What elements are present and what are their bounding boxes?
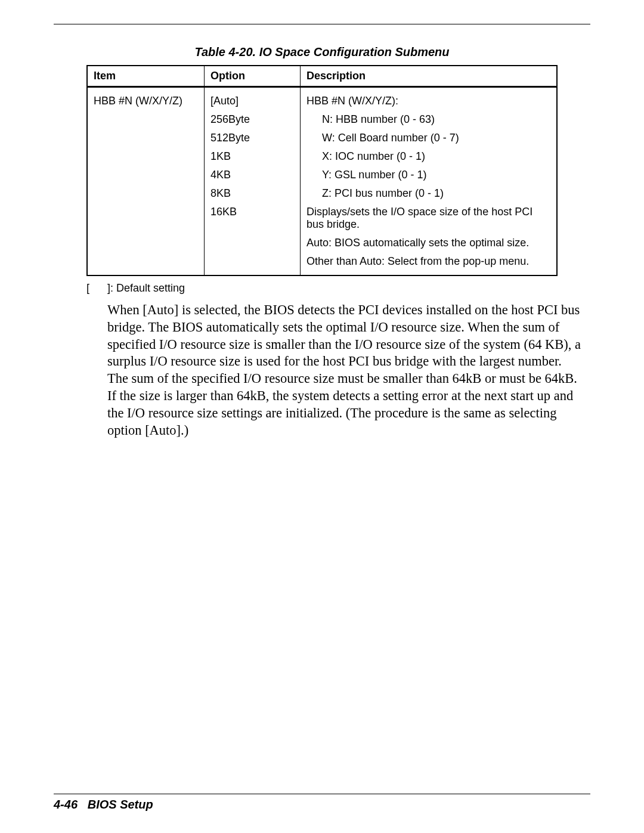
col-description: Description — [301, 66, 558, 87]
cell-option: 16KB — [205, 202, 301, 233]
cell-desc: HBB #N (W/X/Y/Z): — [301, 87, 558, 110]
table-row: 512Byte W: Cell Board number (0 - 7) — [87, 128, 557, 147]
config-table: Item Option Description HBB #N (W/X/Y/Z)… — [86, 65, 558, 276]
desc-line: Z: PCI bus number (0 - 1) — [306, 187, 444, 200]
cell-option: 512Byte — [205, 128, 301, 147]
default-note-text: ]: Default setting — [107, 282, 185, 294]
cell-option: 1KB — [205, 147, 301, 165]
cell-desc: Displays/sets the I/O space size of the … — [301, 202, 558, 233]
col-item: Item — [87, 66, 205, 87]
table-row: Other than Auto: Select from the pop-up … — [87, 252, 557, 275]
cell-desc: Y: GSL number (0 - 1) — [301, 165, 558, 184]
cell-option: 256Byte — [205, 110, 301, 128]
col-option: Option — [205, 66, 301, 87]
cell-option: 4KB — [205, 165, 301, 184]
footer-text: 4-46 BIOS Setup — [54, 798, 590, 812]
cell-desc: Auto: BIOS automatically sets the optima… — [301, 233, 558, 252]
cell-desc: Other than Auto: Select from the pop-up … — [301, 252, 558, 275]
cell-option: [Auto] — [205, 87, 301, 110]
default-setting-note: []: Default setting — [86, 282, 590, 295]
cell-desc: Z: PCI bus number (0 - 1) — [301, 184, 558, 202]
table-header-row: Item Option Description — [87, 66, 557, 87]
desc-line: N: HBB number (0 - 63) — [306, 113, 435, 126]
footer-rule — [54, 794, 590, 794]
cell-desc: N: HBB number (0 - 63) — [301, 110, 558, 128]
page-number: 4-46 — [54, 798, 78, 811]
cell-option: 8KB — [205, 184, 301, 202]
cell-item: HBB #N (W/X/Y/Z) — [87, 87, 205, 110]
table-row: 256Byte N: HBB number (0 - 63) — [87, 110, 557, 128]
table-caption: Table 4-20. IO Space Configuration Subme… — [54, 45, 590, 59]
table-row: 16KB Displays/sets the I/O space size of… — [87, 202, 557, 233]
section-title: BIOS Setup — [88, 798, 153, 811]
desc-line: Y: GSL number (0 - 1) — [306, 169, 426, 181]
top-rule — [54, 24, 590, 24]
cell-desc: W: Cell Board number (0 - 7) — [301, 128, 558, 147]
desc-line: W: Cell Board number (0 - 7) — [306, 132, 459, 144]
table-row: Auto: BIOS automatically sets the optima… — [87, 233, 557, 252]
page: Table 4-20. IO Space Configuration Subme… — [0, 0, 644, 833]
desc-line: X: IOC number (0 - 1) — [306, 150, 425, 163]
table-row: 1KB X: IOC number (0 - 1) — [87, 147, 557, 165]
table-row: 8KB Z: PCI bus number (0 - 1) — [87, 184, 557, 202]
body-paragraph: When [Auto] is selected, the BIOS detect… — [107, 302, 584, 439]
cell-desc: X: IOC number (0 - 1) — [301, 147, 558, 165]
table-row: HBB #N (W/X/Y/Z) [Auto] HBB #N (W/X/Y/Z)… — [87, 87, 557, 110]
table-row: 4KB Y: GSL number (0 - 1) — [87, 165, 557, 184]
page-footer: 4-46 BIOS Setup — [54, 794, 590, 812]
bracket-left: [ — [86, 282, 89, 294]
